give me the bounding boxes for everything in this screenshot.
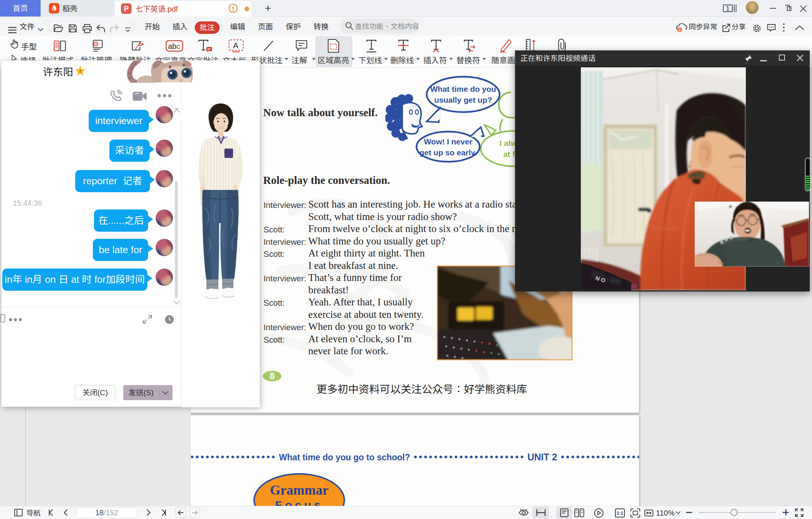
svg-text:usually get up?: usually get up? (434, 96, 492, 104)
svg-text:ab: ab (168, 42, 176, 50)
svg-text:get up so early.: get up so early. (420, 148, 477, 157)
svg-text:What time do you: What time do you (430, 85, 496, 93)
svg-text:c: c (176, 42, 180, 50)
svg-text:!: ! (679, 28, 680, 32)
svg-text:z: z (79, 68, 82, 74)
svg-text:A: A (233, 41, 238, 50)
svg-text:1:1: 1:1 (617, 511, 623, 516)
